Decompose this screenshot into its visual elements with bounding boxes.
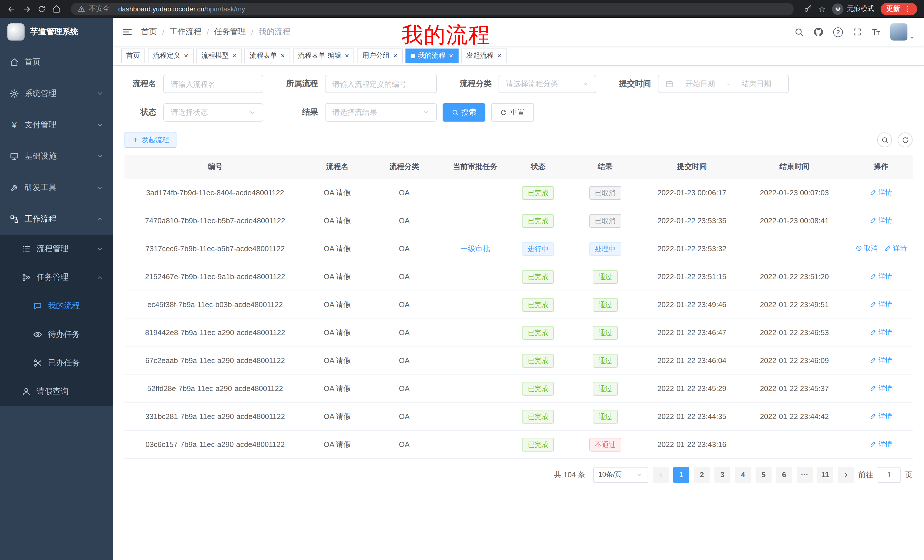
incognito-badge: 无痕模式	[832, 3, 874, 15]
sidebar-item-infrastructure[interactable]: 基础设施	[0, 141, 113, 172]
approval-task-link[interactable]: 一级审批	[460, 244, 490, 253]
sidebar-item-done-tasks[interactable]: 已办任务	[0, 349, 113, 377]
cell-id: 819442e8-7b9a-11ec-a290-acde48001122	[124, 319, 306, 346]
tab-close-icon[interactable]: ×	[280, 52, 285, 59]
pager-page-3[interactable]: 3	[714, 467, 730, 483]
sidebar-item-system-mgmt[interactable]: 系统管理	[0, 78, 113, 109]
breadcrumb-home[interactable]: 首页	[141, 27, 157, 37]
tab-close-icon[interactable]: ×	[449, 52, 453, 59]
sidebar-item-home[interactable]: 首页	[0, 46, 113, 78]
result-label: 结果	[278, 107, 318, 118]
goto-page-input[interactable]	[878, 467, 901, 483]
edit-icon	[870, 357, 877, 364]
table-row: 67c2eaab-7b9a-11ec-a290-acde48001122OA 请…	[124, 346, 913, 374]
detail-action[interactable]: 详情	[870, 188, 892, 198]
pager-page-6[interactable]: 6	[776, 467, 792, 483]
pager-page-11[interactable]: 11	[817, 467, 833, 483]
process-table: 编号 流程名 流程分类 当前审批任务 状态 结果 提交时间 结束时间 操作 3a…	[124, 155, 913, 459]
update-button[interactable]: 更新 ⋮	[880, 3, 917, 15]
sidebar-item-todo-tasks[interactable]: 待办任务	[0, 320, 113, 349]
pager-page-1[interactable]: 1	[673, 467, 689, 483]
sidebar-item-payment-mgmt[interactable]: ¥ 支付管理	[0, 109, 113, 141]
detail-action[interactable]: 详情	[870, 383, 892, 393]
result-select[interactable]: 请选择流结果	[325, 103, 437, 121]
sidebar-item-process-mgmt[interactable]: 流程管理	[0, 235, 113, 263]
pager-page-4[interactable]: 4	[735, 467, 751, 483]
sidebar-item-dev-tools[interactable]: 研发工具	[0, 172, 113, 203]
cell-result: 已取消	[566, 179, 645, 207]
detail-action[interactable]: 详情	[870, 356, 892, 365]
detail-action[interactable]: 详情	[870, 300, 892, 309]
breadcrumb-workflow[interactable]: 工作流程	[170, 27, 202, 37]
status-select[interactable]: 请选择状态	[164, 103, 263, 121]
pager-page-2[interactable]: 2	[694, 467, 710, 483]
breadcrumb-task-mgmt[interactable]: 任务管理	[214, 27, 246, 37]
prev-page-button[interactable]	[653, 467, 669, 483]
cell-name: OA 请假	[306, 263, 369, 290]
cell-actions: 详情	[849, 179, 913, 207]
font-size-icon[interactable]	[872, 27, 880, 36]
tab-process-model[interactable]: 流程模型×	[196, 48, 242, 63]
cell-submit-time: 2022-01-22 23:43:16	[645, 430, 739, 458]
next-page-button[interactable]	[838, 467, 854, 483]
tab-user-group[interactable]: 用户分组×	[357, 48, 403, 63]
back-icon[interactable]	[7, 4, 16, 13]
cell-name: OA 请假	[306, 179, 369, 207]
tab-start-process[interactable]: 发起流程×	[461, 48, 507, 63]
tab-process-form[interactable]: 流程表单×	[244, 48, 290, 63]
sidebar-item-task-mgmt[interactable]: 任务管理	[0, 263, 113, 292]
fullscreen-icon[interactable]	[853, 27, 862, 36]
column-header-status: 状态	[510, 155, 566, 179]
kebab-menu-icon[interactable]: ⋮	[904, 4, 911, 13]
sidebar-item-workflow[interactable]: 工作流程	[0, 203, 113, 235]
help-icon[interactable]	[833, 27, 843, 37]
reload-icon[interactable]	[38, 5, 46, 13]
tab-close-icon[interactable]: ×	[393, 52, 398, 59]
sidebar-item-leave-query[interactable]: 请假查询	[0, 377, 113, 406]
tab-close-icon[interactable]: ×	[497, 52, 501, 59]
tab-close-icon[interactable]: ×	[345, 52, 349, 59]
pager-more-button[interactable]: ···	[796, 467, 813, 483]
toggle-search-button[interactable]	[877, 132, 892, 147]
app-logo[interactable]: 芋道管理系统	[0, 18, 113, 46]
cancel-action[interactable]: 取消	[855, 244, 878, 253]
column-header-category: 流程分类	[369, 155, 440, 179]
tab-close-icon[interactable]: ×	[184, 52, 188, 59]
pager-page-5[interactable]: 5	[756, 467, 771, 483]
process-name-input[interactable]	[164, 75, 263, 93]
select-placeholder: 请选择流程分类	[506, 79, 558, 89]
detail-action[interactable]: 详情	[870, 412, 892, 421]
detail-action[interactable]: 详情	[870, 272, 892, 281]
detail-action[interactable]: 详情	[870, 216, 892, 226]
search-icon[interactable]	[794, 27, 804, 36]
submit-time-range-picker[interactable]: 开始日期 - 结束日期	[658, 75, 789, 93]
chevron-up-icon	[96, 216, 104, 222]
list-icon	[22, 244, 31, 253]
browser-home-icon[interactable]	[52, 4, 61, 13]
create-process-button[interactable]: 发起流程	[124, 132, 177, 148]
refresh-table-button[interactable]	[898, 132, 913, 147]
star-icon[interactable]: ☆	[818, 4, 826, 13]
tab-my-process[interactable]: 我的流程×	[405, 48, 458, 63]
key-icon[interactable]	[803, 4, 812, 13]
tab-home[interactable]: 首页	[121, 48, 145, 63]
process-id-input[interactable]	[325, 75, 437, 93]
detail-action[interactable]: 详情	[870, 328, 892, 337]
user-avatar[interactable]	[890, 23, 915, 40]
address-bar[interactable]: 不安全 dashboard.yudao.iocoder.cn/bpm/task/…	[71, 3, 794, 15]
detail-action[interactable]: 详情	[870, 440, 892, 449]
tab-close-icon[interactable]: ×	[232, 52, 236, 59]
tab-process-form-edit[interactable]: 流程表单-编辑×	[293, 48, 354, 63]
cell-category: OA	[369, 346, 440, 374]
sidebar-item-my-process[interactable]: 我的流程	[0, 292, 113, 320]
github-icon[interactable]	[813, 27, 824, 37]
search-button[interactable]: 搜索	[442, 103, 485, 121]
page-size-select[interactable]: 10条/页	[593, 467, 648, 483]
reset-button[interactable]: 重置	[491, 103, 534, 121]
hamburger-icon[interactable]	[122, 27, 132, 37]
category-select[interactable]: 请选择流程分类	[498, 75, 596, 93]
column-header-submit-time: 提交时间	[645, 155, 739, 179]
tab-process-definition[interactable]: 流程定义×	[148, 48, 193, 63]
forward-icon[interactable]	[22, 4, 32, 13]
detail-action[interactable]: 详情	[885, 244, 907, 253]
